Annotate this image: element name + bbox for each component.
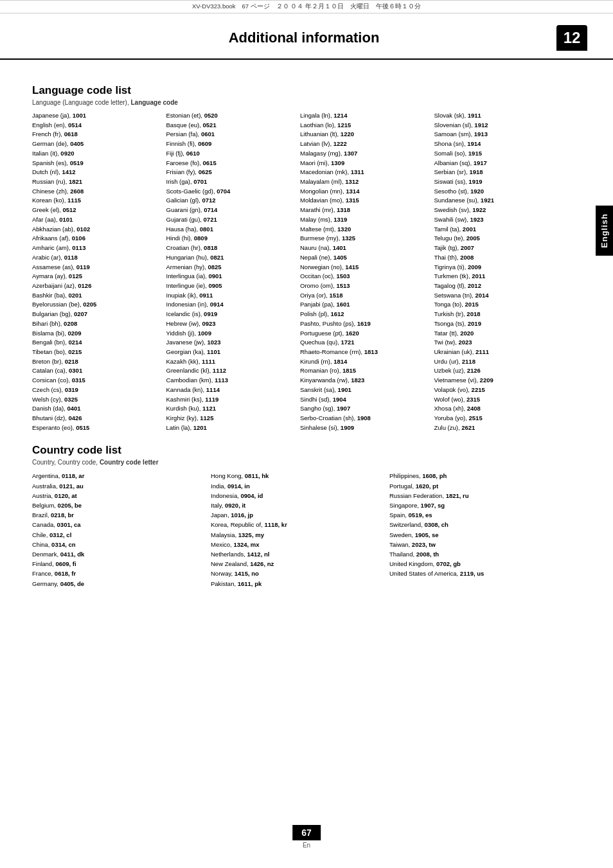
list-item: Lingala (ln), 1214: [300, 111, 429, 121]
list-item: Galician (gl), 0712: [166, 196, 296, 206]
list-item: Hong Kong, 0811, hk: [211, 471, 384, 481]
list-item: Wolof (wo), 2315: [434, 395, 564, 405]
list-item: Marathi (mr), 1318: [300, 206, 429, 215]
list-item: Sanskrit (sa), 1901: [300, 385, 429, 395]
list-item: Quechua (qu), 1721: [300, 338, 429, 348]
list-item: Dutch (nl), 1412: [32, 168, 161, 177]
list-item: United Kingdom, 0702, gb: [389, 559, 563, 569]
list-item: Tamil (ta), 2001: [434, 225, 564, 235]
list-item: Croatian (hr), 0818: [166, 244, 296, 253]
country-col-3: Philippines, 1608, phPortugal, 1620, ptR…: [389, 471, 568, 588]
list-item: Taiwan, 2023, tw: [389, 540, 563, 549]
list-item: Lithuanian (lt), 1220: [300, 130, 429, 139]
list-item: Welsh (cy), 0325: [32, 395, 161, 405]
list-item: Bhutani (dz), 0426: [32, 414, 161, 423]
language-section-subtitle: Language (Language code letter), Languag…: [32, 99, 568, 106]
english-tab: English: [596, 206, 613, 256]
list-item: Slovak (sk), 1911: [434, 111, 564, 121]
list-item: Interlingue (ie), 0905: [166, 281, 296, 291]
list-item: Mongolian (mn), 1314: [300, 187, 429, 197]
list-item: Slovenian (sl), 1912: [434, 121, 564, 130]
list-item: Oriya (or), 1518: [300, 291, 429, 301]
list-item: Rhaeto-Romance (rm), 1813: [300, 348, 429, 357]
list-item: India, 0914, in: [211, 481, 384, 491]
country-section-subtitle: Country, Country code, Country code lett…: [32, 459, 568, 466]
list-item: Hebrew (iw), 0923: [166, 319, 296, 329]
language-subtitle-text: Language (Language code letter),: [32, 99, 129, 106]
list-item: Tigrinya (ti), 2009: [434, 263, 564, 272]
list-item: Scots-Gaelic (gd), 0704: [166, 187, 296, 197]
country-subtitle-text: Country, Country code,: [32, 459, 98, 466]
list-item: Norway, 1415, no: [211, 569, 384, 578]
chapter-title: Additional information: [229, 30, 380, 46]
list-item: Russian (ru), 1821: [32, 177, 161, 187]
list-item: Abkhazian (ab), 0102: [32, 225, 161, 235]
list-item: Tonga (to), 2015: [434, 300, 564, 310]
list-item: Vietnamese (vi), 2209: [434, 376, 564, 385]
list-item: Guarani (gn), 0714: [166, 206, 296, 215]
list-item: Estonian (et), 0520: [166, 111, 296, 121]
list-item: Philippines, 1608, ph: [389, 471, 563, 481]
list-item: Cambodian (km), 1113: [166, 376, 296, 385]
list-item: Maori (mi), 1309: [300, 159, 429, 168]
country-columns: Argentina, 0118, arAustralia, 0121, auAu…: [32, 471, 568, 588]
list-item: Serbo-Croatian (sh), 1908: [300, 414, 429, 423]
list-item: Canada, 0301, ca: [32, 520, 206, 529]
lang-col-1: Japanese (ja), 1001English (en), 0514Fre…: [32, 111, 166, 432]
language-subtitle-bold: Language code: [130, 99, 177, 106]
page-lang: En: [292, 842, 321, 849]
list-item: Aymara (ay), 0125: [32, 272, 161, 281]
list-item: Greek (el), 0512: [32, 206, 161, 215]
list-item: Sweden, 1905, se: [389, 530, 563, 540]
list-item: Nauru (na), 1401: [300, 244, 429, 253]
list-item: Tagalog (tl), 2012: [434, 281, 564, 291]
list-item: Byelorussian (be), 0205: [32, 300, 161, 310]
list-item: Afrikaans (af), 0106: [32, 234, 161, 244]
list-item: Japan, 1016, jp: [211, 510, 384, 520]
list-item: Twi (tw), 2023: [434, 338, 564, 348]
list-item: Shona (sn), 1914: [434, 139, 564, 149]
list-item: New Zealand, 1426, nz: [211, 559, 384, 569]
list-item: Malaysia, 1325, my: [211, 530, 384, 540]
list-item: Azerbaijani (az), 0126: [32, 281, 161, 291]
list-item: Kurdish (ku), 1121: [166, 404, 296, 414]
list-item: Finnish (fi), 0609: [166, 139, 296, 149]
list-item: Maltese (mt), 1320: [300, 225, 429, 235]
list-item: Urdu (ur), 2118: [434, 357, 564, 367]
list-item: Kirundi (rn), 1814: [300, 357, 429, 367]
list-item: Yoruba (yo), 2515: [434, 414, 564, 423]
language-section-title: Language code list: [32, 84, 568, 97]
list-item: Mexico, 1324, mx: [211, 540, 384, 549]
list-item: Tsonga (ts), 2019: [434, 319, 564, 329]
list-item: Bihari (bh), 0208: [32, 319, 161, 329]
list-item: Armenian (hy), 0825: [166, 263, 296, 272]
list-item: Korean (ko), 1115: [32, 196, 161, 206]
list-item: Burmese (my), 1325: [300, 234, 429, 244]
list-item: Chinese (zh), 2608: [32, 187, 161, 197]
list-item: Oromo (om), 1513: [300, 281, 429, 291]
list-item: Panjabi (pa), 1601: [300, 300, 429, 310]
list-item: Hungarian (hu), 0821: [166, 253, 296, 263]
list-item: Chile, 0312, cl: [32, 530, 206, 540]
list-item: Faroese (fo), 0615: [166, 159, 296, 168]
list-item: Georgian (ka), 1101: [166, 348, 296, 357]
list-item: Denmark, 0411, dk: [32, 549, 206, 559]
list-item: Belgium, 0205, be: [32, 500, 206, 510]
list-item: Catalan (ca), 0301: [32, 366, 161, 376]
list-item: Amharic (am), 0113: [32, 244, 161, 253]
list-item: Switzerland, 0308, ch: [389, 520, 563, 529]
list-item: Bislama (bi), 0209: [32, 329, 161, 339]
list-item: Uzbek (uz), 2126: [434, 366, 564, 376]
list-item: Kazakh (kk), 1111: [166, 357, 296, 367]
list-item: Kinyarwanda (rw), 1823: [300, 376, 429, 385]
list-item: Hindi (hi), 0809: [166, 234, 296, 244]
list-item: Arabic (ar), 0118: [32, 253, 161, 263]
list-item: Ukrainian (uk), 2111: [434, 348, 564, 357]
list-item: Samoan (sm), 1913: [434, 130, 564, 139]
list-item: Persian (fa), 0601: [166, 130, 296, 139]
list-item: Romanian (ro), 1815: [300, 366, 429, 376]
list-item: Australia, 0121, au: [32, 481, 206, 491]
list-item: Corsican (co), 0315: [32, 376, 161, 385]
list-item: Kirghiz (ky), 1125: [166, 414, 296, 423]
list-item: Korea, Republic of, 1118, kr: [211, 520, 384, 529]
